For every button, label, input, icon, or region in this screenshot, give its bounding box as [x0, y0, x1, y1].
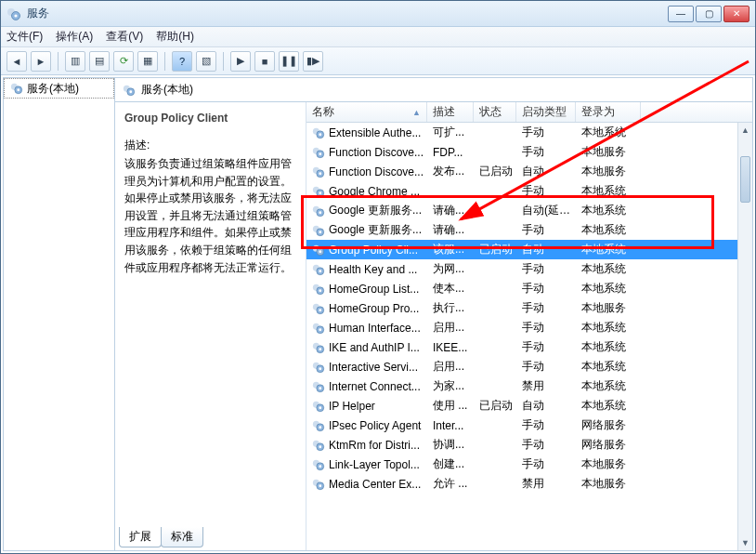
service-startup: 手动	[516, 339, 576, 355]
toolbar-divider	[58, 52, 59, 71]
nav-root-label: 服务(本地)	[27, 81, 79, 97]
service-desc: 执行...	[427, 300, 474, 316]
scroll-thumb[interactable]	[740, 156, 750, 203]
table-row[interactable]: Extensible Authe...可扩...手动本地系统	[306, 123, 737, 142]
minimize-button[interactable]: —	[668, 6, 694, 22]
table-row[interactable]: HomeGroup Pro...执行...手动本地服务	[306, 298, 737, 318]
service-logon: 本地系统	[576, 281, 641, 297]
description-text: 该服务负责通过组策略组件应用管理员为计算机和用户配置的设置。如果停止或禁用该服务…	[124, 155, 298, 276]
menu-action[interactable]: 操作(A)	[56, 29, 93, 45]
help-button[interactable]: ?	[172, 51, 192, 72]
properties-button[interactable]: ▤	[89, 51, 110, 72]
service-name: Health Key and ...	[329, 263, 417, 276]
stop-button[interactable]: ■	[254, 51, 275, 72]
service-logon: 本地系统	[576, 261, 641, 277]
service-name: Internet Connect...	[329, 380, 421, 393]
table-row[interactable]: Health Key and ...为网...手动本地系统	[306, 259, 737, 279]
service-startup: 手动	[516, 281, 576, 297]
show-hide-tree-button[interactable]: ▥	[65, 51, 85, 72]
description-label: 描述:	[124, 138, 298, 153]
service-name: Interactive Servi...	[329, 361, 418, 374]
service-desc: 可扩...	[427, 125, 474, 140]
service-startup: 自动	[516, 164, 576, 179]
service-desc: 发布...	[427, 164, 474, 179]
services-window: 服务 — ▢ ✕ 文件(F) 操作(A) 查看(V) 帮助(H) ◄ ► ▥ ▤…	[0, 0, 756, 554]
service-logon: 网络服务	[576, 437, 641, 453]
col-logon[interactable]: 登录为	[576, 102, 641, 122]
menu-file[interactable]: 文件(F)	[7, 29, 43, 45]
gear-icon	[312, 361, 325, 374]
service-desc: Inter...	[427, 419, 474, 432]
scroll-down-icon[interactable]: ▼	[738, 535, 752, 550]
service-desc: IKEE...	[427, 341, 474, 354]
gear-icon	[312, 146, 325, 159]
table-row[interactable]: IP Helper使用 ...已启动自动本地系统	[306, 396, 737, 416]
tab-standard[interactable]: 标准	[161, 527, 203, 547]
service-startup: 手动	[516, 437, 576, 453]
service-list: 名称▲ 描述 状态 启动类型 登录为 Extensible Authe...可扩…	[306, 102, 752, 550]
maximize-button[interactable]: ▢	[696, 6, 722, 22]
service-name: Function Discove...	[329, 165, 424, 178]
table-row[interactable]: Human Interface...启用...手动本地系统	[306, 318, 737, 337]
service-logon: 本地服务	[576, 300, 641, 316]
view-tabs: 扩展 标准	[119, 527, 202, 547]
table-row[interactable]: HomeGroup List...使本...手动本地系统	[306, 279, 737, 298]
col-startup[interactable]: 启动类型	[516, 102, 576, 122]
gear-icon	[312, 322, 325, 335]
service-name: IPsec Policy Agent	[329, 419, 421, 432]
menu-view[interactable]: 查看(V)	[106, 29, 143, 45]
table-row[interactable]: Internet Connect...为家...禁用本地系统	[306, 376, 737, 396]
toolbar-divider	[164, 52, 165, 71]
gear-icon	[312, 439, 325, 452]
table-row[interactable]: IKE and AuthIP I...IKEE...手动本地系统	[306, 337, 737, 357]
service-logon: 本地服务	[576, 164, 641, 179]
service-startup: 手动	[516, 125, 576, 140]
start-button[interactable]: ▶	[230, 51, 251, 72]
table-row[interactable]: Function Discove...发布...已启动自动本地服务	[306, 162, 737, 181]
service-logon: 本地服务	[576, 476, 641, 492]
service-logon: 本地系统	[576, 320, 641, 336]
service-name: IP Helper	[329, 400, 375, 413]
gear-icon	[312, 458, 325, 471]
back-button[interactable]: ◄	[7, 51, 27, 72]
scroll-up-icon[interactable]: ▲	[738, 123, 752, 138]
table-row[interactable]: IPsec Policy AgentInter...手动网络服务	[306, 416, 737, 435]
vertical-scrollbar[interactable]: ▲ ▼	[737, 123, 752, 550]
service-desc: 使用 ...	[427, 398, 474, 414]
detail-heading: 服务(本地)	[115, 78, 752, 102]
service-name: Function Discove...	[329, 146, 424, 159]
service-desc: 为网...	[427, 261, 474, 277]
table-row[interactable]: Interactive Servi...启用...手动本地系统	[306, 357, 737, 376]
service-name: HomeGroup List...	[329, 283, 419, 296]
window-controls: — ▢ ✕	[668, 6, 749, 22]
forward-button[interactable]: ►	[31, 51, 51, 72]
menu-help[interactable]: 帮助(H)	[156, 29, 194, 45]
service-desc: 为家...	[427, 378, 474, 394]
gear-icon	[312, 478, 325, 491]
gear-icon	[312, 400, 325, 413]
restart-button[interactable]: ▮▶	[303, 51, 323, 72]
col-name[interactable]: 名称▲	[306, 102, 427, 122]
pause-button[interactable]: ❚❚	[279, 51, 299, 72]
gear-icon	[312, 263, 325, 276]
service-logon: 本地系统	[576, 125, 641, 140]
refresh-button[interactable]: ▦	[137, 51, 158, 72]
tab-extended[interactable]: 扩展	[119, 527, 162, 547]
table-row[interactable]: KtmRm for Distri...协调...手动网络服务	[306, 435, 737, 455]
export-button[interactable]: ⟳	[113, 51, 134, 72]
close-button[interactable]: ✕	[723, 6, 749, 22]
table-row[interactable]: Function Discove...FDP...手动本地服务	[306, 142, 737, 162]
nav-root-services[interactable]: 服务(本地)	[4, 78, 114, 99]
service-startup: 手动	[516, 144, 576, 160]
annotation-highlight-box	[301, 195, 714, 249]
service-logon: 本地系统	[576, 378, 641, 394]
app-icon	[7, 7, 21, 21]
table-row[interactable]: Media Center Ex...允许 ...禁用本地服务	[306, 474, 737, 494]
service-startup: 手动	[516, 417, 576, 433]
service-desc: FDP...	[427, 146, 474, 159]
col-desc[interactable]: 描述	[427, 102, 474, 122]
gear-icon	[312, 419, 325, 432]
col-status[interactable]: 状态	[474, 102, 516, 122]
table-row[interactable]: Link-Layer Topol...创建...手动本地服务	[306, 455, 737, 474]
action-button[interactable]: ▧	[196, 51, 216, 72]
